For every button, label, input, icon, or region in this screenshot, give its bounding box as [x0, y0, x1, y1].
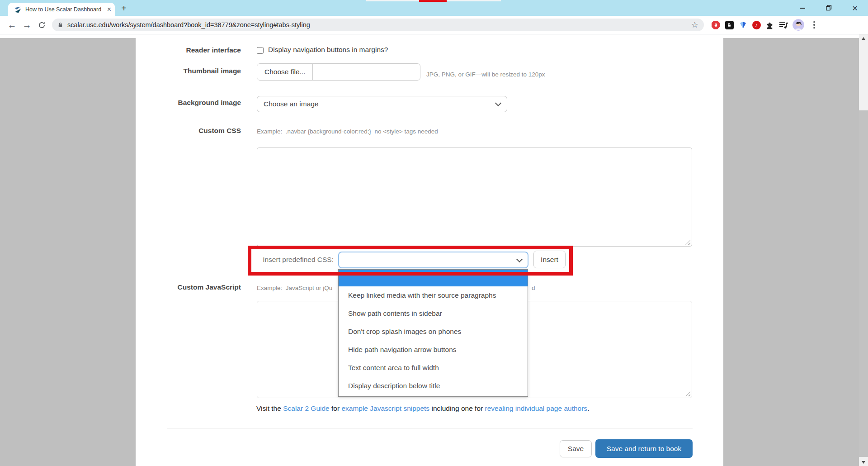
dropdown-option[interactable]: Keep linked media with their source para…: [339, 286, 528, 304]
dropdown-option[interactable]: Hide path navigation arrow buttons: [339, 341, 528, 359]
vertical-scrollbar[interactable]: [859, 34, 868, 466]
page-left-margin: [0, 38, 136, 466]
nav-buttons-checkbox-label: Display navigation buttons in margins?: [268, 46, 388, 54]
reload-icon: [38, 21, 46, 29]
scalar-favicon-icon: [14, 5, 22, 14]
custom-js-example: Example: JavaScript or jQu: [257, 285, 332, 291]
thumbnail-file-input[interactable]: Choose file...: [257, 63, 420, 81]
playlist-button[interactable]: [779, 20, 788, 29]
reader-interface-label: Reader interface: [136, 46, 241, 54]
browser-tab[interactable]: How to Use Scalar Dashboard ×: [8, 3, 115, 16]
scroll-up-button[interactable]: [859, 34, 868, 42]
dropdown-option[interactable]: Text content area to full width: [339, 359, 528, 377]
arrow-up-icon: [862, 37, 865, 40]
dropdown-option-blank[interactable]: [339, 270, 528, 286]
custom-javascript-label: Custom JavaScript: [136, 283, 241, 291]
dropdown-option[interactable]: Show path contents in sidebar: [339, 304, 528, 323]
note-text: .: [587, 404, 589, 412]
restore-icon: [826, 5, 832, 11]
https-lock-icon: [57, 22, 63, 28]
tab-close-icon[interactable]: ×: [107, 6, 111, 13]
thumbnail-hint: JPG, PNG, or GIF—will be resized to 120p…: [426, 71, 545, 78]
padlock-square-icon: [725, 21, 734, 29]
resize-handle-icon[interactable]: [685, 240, 690, 245]
new-tab-button[interactable]: +: [118, 2, 130, 14]
minimize-icon: [800, 8, 805, 9]
music-extension-button[interactable]: ♪: [752, 20, 761, 29]
close-icon: ×: [852, 4, 858, 13]
tab-strip: How to Use Scalar Dashboard × + ×: [0, 0, 868, 16]
page-right-margin: [723, 38, 859, 466]
thumbnail-image-label: Thumbnail image: [136, 67, 241, 75]
playlist-music-icon: [779, 21, 788, 29]
note-text: including one for: [429, 404, 485, 412]
choose-file-button[interactable]: Choose file...: [257, 64, 313, 80]
dropdown-option[interactable]: Display description below title: [339, 377, 528, 395]
top-edge-red-artifact: [419, 0, 447, 2]
chevron-down-icon: [495, 100, 501, 106]
background-image-selected: Choose an image: [264, 100, 319, 108]
music-note-circle-icon: ♪: [752, 21, 761, 29]
url-text: scalar.usc.edu/works/system/dashboard?bo…: [67, 21, 688, 29]
scrollbar-thumb[interactable]: [859, 110, 868, 457]
blue-kite-icon: [739, 21, 747, 29]
arrow-down-icon: [862, 461, 865, 464]
save-button[interactable]: Save: [560, 440, 592, 457]
save-and-return-button[interactable]: Save and return to book: [595, 439, 693, 458]
close-button[interactable]: ×: [842, 0, 868, 16]
js-snippets-link[interactable]: example Javascript snippets: [341, 404, 429, 412]
profile-avatar[interactable]: [793, 19, 804, 31]
note-text: for: [330, 404, 342, 412]
insert-button[interactable]: Insert: [533, 251, 566, 268]
extension-icons: ♪: [711, 19, 820, 31]
tab-title: How to Use Scalar Dashboard: [25, 6, 104, 13]
browser-toolbar: ← → scalar.usc.edu/works/system/dashboar…: [0, 16, 868, 34]
restore-button[interactable]: [816, 0, 842, 16]
resize-handle-icon[interactable]: [685, 391, 690, 396]
insert-predefined-css-label: Insert predefined CSS:: [235, 256, 334, 264]
note-text: Visit the: [256, 404, 283, 412]
chevron-down-icon: [516, 256, 523, 262]
browser-window: How to Use Scalar Dashboard × + × ← →: [0, 0, 868, 466]
predefined-css-select[interactable]: [338, 252, 528, 268]
window-controls: ×: [789, 0, 868, 16]
custom-js-example-end: d: [532, 285, 535, 291]
extensions-button[interactable]: [765, 20, 774, 29]
forward-button[interactable]: →: [19, 18, 34, 33]
dropdown-option[interactable]: Don't crop splash images on phones: [339, 323, 528, 341]
hand-octagon-icon: [712, 21, 720, 29]
custom-css-label: Custom CSS: [136, 127, 241, 135]
browser-menu-button[interactable]: [809, 21, 820, 29]
custom-css-textarea[interactable]: [257, 147, 692, 247]
background-image-select[interactable]: Choose an image: [257, 96, 507, 112]
adblock-extension-button[interactable]: [711, 20, 720, 29]
v-extension-button[interactable]: [738, 20, 747, 29]
divider: [167, 428, 693, 428]
guide-note: Visit the Scalar 2 Guide for example Jav…: [256, 404, 589, 413]
back-button[interactable]: ←: [5, 18, 19, 33]
page-viewport: Reader interface Display navigation butt…: [0, 34, 868, 466]
address-bar[interactable]: scalar.usc.edu/works/system/dashboard?bo…: [52, 19, 704, 31]
reload-button[interactable]: [34, 18, 49, 33]
nav-buttons-checkbox[interactable]: [257, 47, 264, 54]
scalar-guide-link[interactable]: Scalar 2 Guide: [283, 404, 330, 412]
privacy-extension-button[interactable]: [725, 20, 734, 29]
bookmark-star-icon[interactable]: ☆: [691, 20, 698, 30]
scroll-down-button[interactable]: [859, 458, 868, 466]
predefined-css-dropdown-list: Keep linked media with their source para…: [338, 269, 528, 397]
background-image-label: Background image: [136, 99, 241, 107]
minimize-button[interactable]: [789, 0, 816, 16]
page-authors-link[interactable]: revealing individual page authors: [485, 404, 587, 412]
custom-css-example: Example: .navbar {background-color:red;}…: [257, 128, 438, 135]
puzzle-icon: [766, 21, 774, 29]
